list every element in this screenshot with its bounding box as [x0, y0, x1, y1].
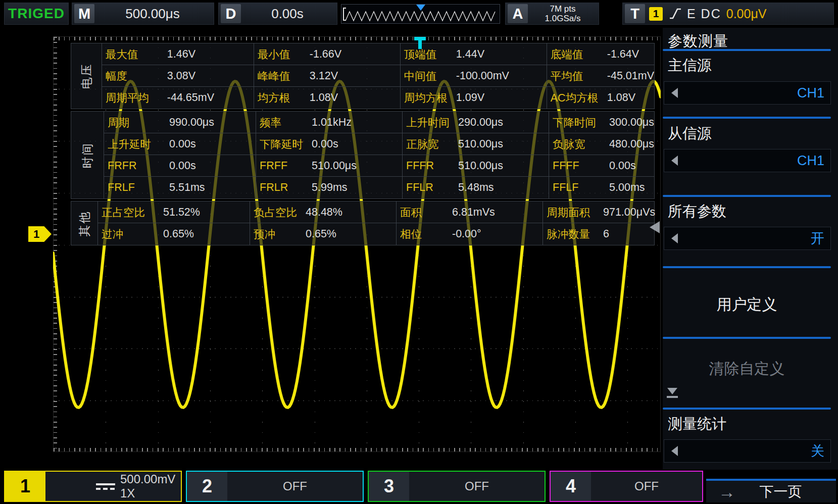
- channel-1-status: 500.00mV 1X: [45, 472, 181, 500]
- channel1-level-marker[interactable]: 1: [28, 226, 52, 242]
- measure-cell: 幅度3.08V: [102, 65, 254, 86]
- divider: [663, 117, 831, 119]
- channel-3-number: 3: [369, 472, 409, 501]
- measure-row: 正占空比51.52%负占空比48.48%面积6.81mVs周期面积971.00μ…: [98, 201, 655, 223]
- delay-panel[interactable]: D 0.00s: [218, 3, 337, 25]
- measure-cell: 面积6.81mVs: [397, 201, 543, 223]
- measure-value: -45.01mV: [607, 70, 654, 82]
- measure-table: 电压最大值1.46V最小值-1.66V顶端值1.44V底端值-1.64V幅度3.…: [71, 43, 655, 247]
- channel-3-box[interactable]: 3OFF: [368, 471, 546, 502]
- measure-value: 6.81mVs: [452, 206, 495, 219]
- measure-name: FRFR: [108, 160, 169, 172]
- measure-value: 5.51ms: [169, 181, 205, 194]
- main-source-selector[interactable]: CH1: [664, 81, 831, 105]
- channel-1-number: 1: [5, 472, 45, 501]
- acquire-points: 7M pts: [532, 4, 594, 14]
- channel-4-box[interactable]: 4OFF: [550, 471, 703, 502]
- measure-row: FRFR0.00sFRFF510.00μsFFFR510.00μsFFFF0.0…: [104, 155, 654, 177]
- all-params-label: 所有参数: [668, 201, 726, 222]
- statistics-toggle[interactable]: 关: [664, 439, 831, 463]
- measure-cell: 峰峰值3.12V: [254, 65, 401, 86]
- trigger-level-value: 0.00μV: [726, 7, 767, 21]
- measure-name: AC均方根: [551, 90, 607, 105]
- measure-value: 0.65%: [306, 228, 336, 240]
- measure-name: FFFR: [406, 160, 458, 172]
- measure-value: -44.65mV: [167, 91, 214, 104]
- measure-name: FFFF: [553, 160, 609, 172]
- measure-value: 1.08V: [310, 91, 338, 104]
- left-triangle-icon: [671, 233, 678, 243]
- channel-4-status: OFF: [591, 479, 702, 493]
- all-params-value: 开: [678, 229, 830, 247]
- user-define-button[interactable]: 用户定义: [663, 294, 831, 315]
- measure-cell: 下降时间300.00μs: [549, 112, 654, 133]
- trigger-badge: T: [625, 4, 645, 23]
- left-triangle-icon: [671, 446, 678, 456]
- statistics-value: 关: [678, 442, 830, 460]
- measure-name: 均方根: [258, 90, 310, 105]
- measure-cell: FFFF0.00s: [549, 155, 654, 176]
- record-position-preview[interactable]: [341, 4, 500, 24]
- measure-name: 正脉宽: [406, 137, 458, 152]
- measure-row: FRLF5.51msFRLR5.99msFFLR5.48msFFLF5.00ms: [104, 177, 654, 198]
- measure-cell: 负占空比48.48%: [250, 201, 397, 223]
- measure-cell: FRFR0.00s: [104, 155, 256, 176]
- clear-custom-button[interactable]: 清除自定义: [663, 359, 831, 379]
- measure-name: 下降延时: [260, 137, 312, 152]
- left-triangle-icon: [671, 88, 678, 98]
- measure-row: 最大值1.46V最小值-1.66V顶端值1.44V底端值-1.64V: [102, 43, 654, 65]
- channel-2-number: 2: [187, 472, 227, 501]
- measure-name: FRLF: [108, 181, 169, 194]
- next-page-button[interactable]: → 下一页: [706, 479, 836, 502]
- left-triangle-icon: [671, 156, 678, 166]
- measure-cell: FFFR510.00μs: [403, 155, 549, 176]
- measure-cell: FRFF510.00μs: [256, 155, 403, 176]
- measure-name: 频率: [260, 115, 312, 130]
- trigger-level-arrow-icon[interactable]: [650, 221, 660, 233]
- measure-name: 负占空比: [254, 205, 306, 220]
- measure-cell: 底端值-1.64V: [547, 43, 654, 65]
- measure-name: 周期面积: [547, 205, 603, 220]
- measure-name: 峰峰值: [258, 69, 310, 83]
- measure-name: 相位: [400, 227, 452, 241]
- measure-cell: 正占空比51.52%: [98, 201, 250, 223]
- channel-1-box[interactable]: 1500.00mV 1X: [4, 471, 182, 502]
- measure-value: 6: [603, 228, 609, 240]
- measure-value: 3.12V: [310, 70, 338, 82]
- measure-value: 290.00μs: [458, 116, 503, 129]
- record-left-bracket-icon: [343, 8, 346, 21]
- delay-badge: D: [221, 4, 241, 23]
- measure-name: FFLR: [406, 181, 458, 194]
- measure-cell: FFLR5.48ms: [403, 177, 549, 198]
- measure-value: 5.00ms: [609, 181, 645, 194]
- trigger-info-panel[interactable]: T 1 E DC 0.00μV: [622, 3, 834, 25]
- measure-name: FFLF: [553, 181, 609, 194]
- measure-value: 5.48ms: [458, 181, 494, 194]
- slave-source-label: 从信源: [668, 124, 712, 144]
- trigger-position-marker[interactable]: [414, 37, 426, 49]
- measure-row: 周期990.00μs频率1.01kHz上升时间290.00μs下降时间300.0…: [104, 112, 654, 133]
- rising-edge-icon: [669, 6, 682, 21]
- all-params-toggle[interactable]: 开: [664, 227, 831, 250]
- page-down-icon: [667, 388, 678, 398]
- measure-value: -100.00mV: [456, 70, 509, 82]
- statistics-label: 测量统计: [668, 414, 726, 434]
- measure-group-2: 其他正占空比51.52%负占空比48.48%面积6.81mVs周期面积971.0…: [71, 201, 655, 245]
- measure-value: 510.00μs: [458, 160, 503, 172]
- measure-row: 上升延时0.00s下降延时0.00s正脉宽510.00μs负脉宽480.00μs: [104, 133, 654, 155]
- measure-cell: 均方根1.08V: [254, 87, 401, 109]
- timebase-panel[interactable]: M 500.00μs: [72, 3, 214, 25]
- measure-menu-sidebar: 参数测量 主信源 CH1 从信源 CH1 所有参数 开 用户定义 清除自定义 测…: [663, 28, 838, 470]
- slave-source-selector[interactable]: CH1: [664, 149, 831, 172]
- acquire-panel[interactable]: A 7M pts 1.0GSa/s: [505, 3, 599, 25]
- slave-source-value: CH1: [678, 153, 830, 169]
- measure-row: 过冲0.65%预冲0.65%相位-0.00°脉冲数量6: [98, 223, 655, 245]
- channel-2-box[interactable]: 2OFF: [186, 471, 364, 502]
- measure-name: 预冲: [254, 227, 306, 241]
- measure-cell: 频率1.01kHz: [256, 112, 403, 133]
- measure-name: 正占空比: [102, 205, 163, 220]
- measure-value: -1.66V: [310, 48, 341, 61]
- measure-name: 底端值: [551, 47, 607, 62]
- trigger-coupling: E DC: [687, 7, 721, 21]
- measure-cell: 周期990.00μs: [104, 112, 256, 133]
